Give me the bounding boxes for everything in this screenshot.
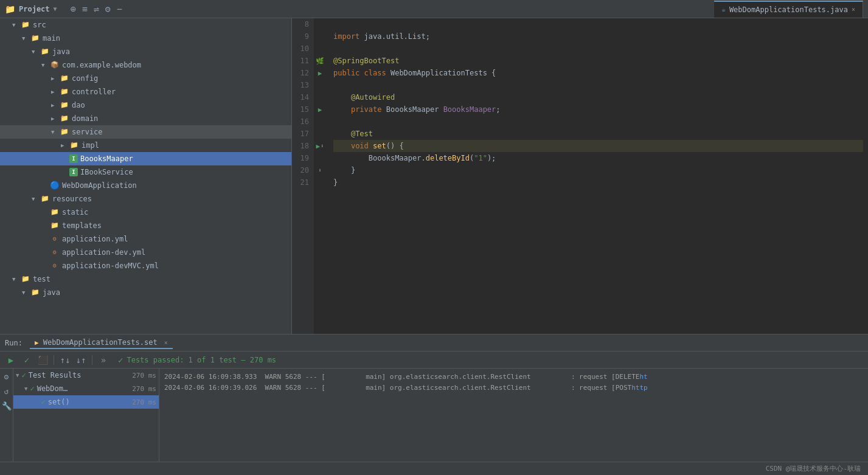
tree-label-controller: controller	[72, 88, 116, 96]
tree-item-appdevmvcyml[interactable]: ⚙ application-devMVC.yml	[0, 259, 291, 272]
main-editor-tab[interactable]: ☕ WebDomApplicationTests.java ×	[714, 1, 863, 18]
tree-item-appyml[interactable]: ⚙ application.yml	[0, 232, 291, 246]
sort-asc-button[interactable]: ↑↓	[59, 354, 71, 366]
run-button[interactable]: ▶	[5, 354, 17, 366]
tree-item-controller[interactable]: 📁 controller	[0, 85, 291, 99]
tab-close-icon[interactable]: ×	[852, 6, 855, 13]
folder-icon-config: 📁	[60, 74, 69, 83]
bottom-tool-icon[interactable]: 🔧	[1, 400, 12, 411]
tree-item-src[interactable]: 📁 src	[0, 18, 291, 32]
project-dropdown-icon[interactable]: ▼	[54, 5, 57, 12]
bottom-settings-icon[interactable]: ⚙	[1, 371, 12, 382]
folder-icon-resources: 📁	[40, 194, 50, 204]
folder-icon-src: 📁	[21, 20, 30, 30]
arrow-package	[41, 62, 50, 68]
tree-label-java: java	[52, 47, 70, 56]
bottom-sync-icon[interactable]: ↺	[1, 386, 12, 397]
tree-item-config[interactable]: 📁 config	[0, 72, 291, 85]
test-result-webdom[interactable]: ▼ ✓ WebDom… 270 ms	[13, 382, 159, 395]
tree-item-webdomapp[interactable]: 🔵 WebDomApplication	[0, 179, 291, 192]
settings-icon[interactable]: ⚙	[105, 4, 111, 15]
folder-icon-impl: 📁	[69, 140, 79, 150]
sort-desc-button[interactable]: ↓↑	[75, 354, 87, 366]
tree-item-package[interactable]: 📦 com.example.webdom	[0, 58, 291, 72]
tab-label: WebDomApplicationTests.java	[729, 5, 848, 14]
toolbar-separator-1	[54, 355, 54, 365]
stop-button[interactable]: ⬛	[36, 354, 49, 366]
code-line-9: import java.util.List;	[333, 30, 863, 43]
gutter-11: 🌿	[314, 55, 326, 67]
tree-item-service[interactable]: 📁 service	[0, 125, 291, 139]
tree-label-booksmaaper: BoooksMaaper	[80, 154, 133, 163]
arrow-impl	[61, 142, 69, 148]
tree-item-testjava[interactable]: 📁 java	[0, 286, 291, 299]
arrow-testjava	[22, 290, 30, 296]
gutter-20: ⬇	[314, 164, 326, 176]
bottom-tabs: Run: ▶ WebDomApplicationTests.set ×	[0, 335, 868, 352]
log-line-2: 2024-02-06 16:09:39.026 WARN 5628 --- [ …	[164, 382, 863, 393]
check-button[interactable]: ✓	[21, 354, 33, 366]
tree-label-test: test	[33, 275, 50, 283]
tree-item-static[interactable]: 📁 static	[0, 206, 291, 219]
folder-icon-testjava: 📁	[30, 288, 40, 297]
code-line-11: @SpringBootTest	[333, 55, 863, 67]
tree-item-test[interactable]: 📁 test	[0, 272, 291, 286]
tests-passed-label: Tests passed: 1 of 1 test – 270 ms	[127, 356, 276, 364]
tests-status: ✓ Tests passed: 1 of 1 test – 270 ms	[118, 355, 276, 365]
run-tab[interactable]: ▶ WebDomApplicationTests.set ×	[30, 337, 173, 349]
tree-item-booksmaaper[interactable]: I BoooksMaaper	[0, 152, 291, 165]
run-tab-label: WebDomApplicationTests.set	[43, 338, 158, 347]
tree-label-appdevmvcyml: application-devMVC.yml	[62, 262, 159, 270]
toolbar-separator-2	[92, 355, 92, 365]
tree-item-resources[interactable]: 📁 resources	[0, 192, 291, 206]
tree-label-static: static	[62, 208, 88, 217]
test-time-webdom: 270 ms	[132, 385, 156, 393]
arrow-config	[51, 75, 60, 81]
code-editor[interactable]: 8 9 10 11 12 13 14 15 16 17 18 19 20 21	[292, 18, 868, 334]
tree-item-main[interactable]: 📁 main	[0, 32, 291, 45]
run-tab-close[interactable]: ×	[164, 339, 168, 346]
folder-icon-service: 📁	[60, 127, 69, 137]
code-content[interactable]: import java.util.List; @SpringBootTest p…	[328, 18, 868, 334]
code-line-14: @Autowired	[333, 91, 863, 103]
log-link-2[interactable]: http	[631, 384, 648, 392]
folder-icon-domain: 📁	[60, 114, 69, 123]
gutter-8	[314, 18, 326, 30]
yml-icon-appdevmvc: ⚙	[50, 261, 60, 271]
bottom-content: ⚙ ↺ 🔧 ▼ ✓ Test Results 270 ms ▼ ✓ WebDom…	[0, 369, 868, 462]
tree-item-impl[interactable]: 📁 impl	[0, 139, 291, 152]
minimize-icon[interactable]: −	[117, 4, 122, 15]
tree-item-templates[interactable]: 📁 templates	[0, 219, 291, 232]
tree-item-appdevyml[interactable]: ⚙ application-dev.yml	[0, 246, 291, 259]
tree-label-service: service	[72, 128, 103, 136]
project-label[interactable]: Project	[19, 5, 50, 13]
title-bar: 📁 Project ▼ ⊕ ≡ ⇌ ⚙ − ☕ WebDomApplicatio…	[0, 0, 868, 18]
test-result-root[interactable]: ▼ ✓ Test Results 270 ms	[13, 369, 159, 382]
tree-label-ibookservice: IBookService	[80, 168, 133, 176]
sync-icon[interactable]: ⇌	[94, 4, 99, 15]
expand-icon-webdom: ▼	[24, 386, 27, 392]
list-icon[interactable]: ≡	[82, 4, 88, 15]
package-icon: 📦	[50, 60, 60, 70]
arrow-main	[22, 35, 30, 41]
tree-label-src: src	[33, 21, 46, 29]
title-bar-left: 📁 Project ▼ ⊕ ≡ ⇌ ⚙ −	[5, 4, 122, 15]
bookmark-icon-18: ⬇	[321, 143, 324, 149]
add-icon[interactable]: ⊕	[71, 4, 76, 15]
log-area[interactable]: 2024-02-06 16:09:38.933 WARN 5628 --- [ …	[159, 369, 868, 462]
folder-icon-main: 📁	[30, 33, 40, 43]
tree-item-ibookservice[interactable]: I IBookService	[0, 165, 291, 179]
tree-item-domain[interactable]: 📁 domain	[0, 112, 291, 125]
test-result-set[interactable]: ▶ ✓ set() 270 ms	[13, 395, 159, 409]
run-icon-15[interactable]: ▶	[318, 106, 322, 114]
tree-item-java[interactable]: 📁 java	[0, 45, 291, 58]
title-bar-icons: ⊕ ≡ ⇌ ⚙ −	[71, 4, 122, 15]
run-icon-18[interactable]: ▶	[316, 142, 320, 150]
run-icon-12[interactable]: ▶	[318, 69, 322, 77]
bookmark-icon-20: ⬇	[318, 167, 321, 173]
forward-button[interactable]: »	[97, 354, 109, 366]
interface-icon-booksmaaper: I	[69, 154, 78, 163]
tree-item-dao[interactable]: 📁 dao	[0, 99, 291, 112]
tree-label-impl: impl	[82, 141, 99, 150]
log-link-1[interactable]: ht	[639, 373, 647, 381]
